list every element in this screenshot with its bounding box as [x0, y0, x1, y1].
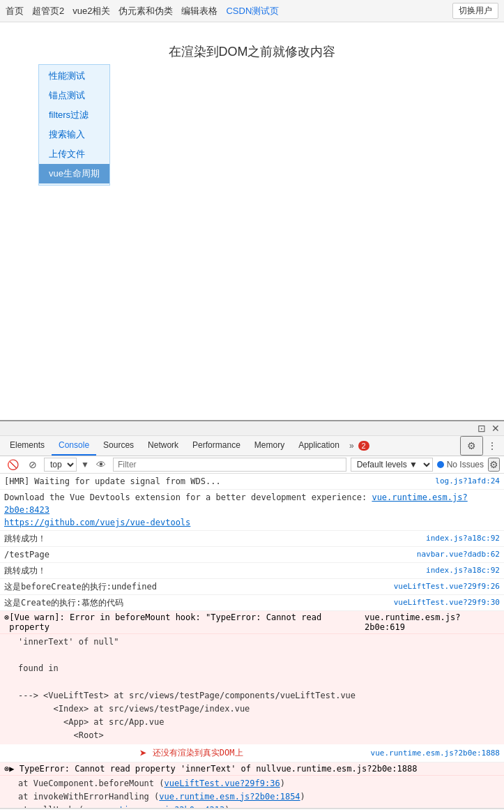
tab-network[interactable]: Network	[141, 436, 185, 456]
console-output[interactable]: [HMR] Waiting for update signal from WDS…	[0, 474, 504, 809]
menu-item-filters[interactable]: filters过滤	[39, 105, 109, 125]
clear-console-button[interactable]: 🚫	[4, 458, 22, 472]
devtools-link[interactable]: vue.runtime.esm.js?2b0e:8423	[4, 493, 468, 515]
switch-user-button[interactable]: 切换用户	[452, 3, 498, 19]
error-icon: ⊗	[4, 764, 9, 774]
line-text: 这是beforeCreate的执行:undefined	[4, 580, 387, 593]
line-source[interactable]: log.js?1afd:24	[435, 476, 500, 486]
context-arrow: ▼	[81, 460, 89, 469]
tab-memory[interactable]: Memory	[247, 436, 291, 456]
annotation-arrow: ➤	[139, 746, 147, 760]
line-source[interactable]: vueLiftTest.vue?29f9:26	[394, 582, 500, 591]
menu-item-performance[interactable]: 性能测试	[39, 66, 109, 86]
sidebar-menu: 性能测试 锚点测试 filters过滤 搜索输入 上传文件 vue生命周期	[38, 64, 110, 186]
issues-badge: No Issues	[437, 460, 484, 469]
console-line: 跳转成功！ index.js?a18c:92	[0, 531, 504, 547]
annotation-text: 还没有渲染到真实DOM上	[153, 747, 243, 759]
error-source[interactable]: vue.runtime.esm.js?2b0e:1888	[276, 764, 417, 774]
menu-item-lifecycle[interactable]: vue生命周期	[39, 164, 109, 183]
top-nav: 首页 超管页2 vue2相关 伪元素和伪类 编辑表格 CSDN测试页 切换用户	[0, 0, 504, 22]
console-settings-button[interactable]: ⚙	[488, 458, 500, 472]
error-stack: at VueComponent.beforeMount (vueLiftTest…	[0, 776, 504, 809]
vue-devtools-url[interactable]: https://github.com/vuejs/vue-devtools	[4, 518, 190, 527]
stack-link-1[interactable]: vueLiftTest.vue?29f9:36	[165, 779, 280, 788]
error-message: TypeError: Cannot read property 'innerTe…	[20, 764, 276, 774]
console-toolbar: 🚫 ⊘ top ▼ 👁 Default levels ▼ No Issues ⚙	[0, 456, 504, 474]
devtools-settings-button[interactable]: ⚙	[460, 436, 483, 456]
nav-item-csdn[interactable]: CSDN测试页	[226, 5, 279, 17]
devtools-tabs: Elements Console Sources Network Perform…	[0, 436, 504, 456]
console-line: Download the Vue Devtools extension for …	[0, 490, 504, 531]
issues-dot	[437, 461, 444, 468]
nav-item-vue2[interactable]: vue2相关	[72, 5, 110, 17]
tab-performance[interactable]: Performance	[185, 436, 247, 456]
error-block: ⊗ ▶ TypeError: Cannot read property 'inn…	[0, 762, 504, 809]
line-text: 跳转成功！	[4, 532, 419, 545]
tab-elements[interactable]: Elements	[3, 436, 52, 456]
warn-main-line: ⊗ [Vue warn]: Error in beforeMount hook:…	[0, 611, 504, 634]
warn-source[interactable]: vue.runtime.esm.js?2b0e:619	[365, 612, 500, 632]
stack-line-2: at invokeWithErrorHandling (vue.runtime.…	[18, 792, 305, 802]
devtools-panel: ⊡ ✕ Elements Console Sources Network Per…	[0, 420, 504, 812]
annotation-source[interactable]: vue.runtime.esm.js?2b0e:1888	[371, 749, 500, 758]
tab-console[interactable]: Console	[52, 436, 96, 456]
console-line: 这是beforeCreate的执行:undefined vueLiftTest.…	[0, 579, 504, 595]
warn-content: [Vue warn]: Error in beforeMount hook: "…	[9, 612, 321, 632]
annotation-line: ➤ 还没有渲染到真实DOM上 vue.runtime.esm.js?2b0e:1…	[0, 744, 504, 762]
devtools-more-icon[interactable]: ⋮	[483, 437, 501, 454]
menu-item-search[interactable]: 搜索输入	[39, 125, 109, 144]
tab-sources[interactable]: Sources	[96, 436, 141, 456]
line-source[interactable]: index.js?a18c:92	[426, 566, 500, 575]
line-text: [HMR] Waiting for update signal from WDS…	[4, 475, 428, 488]
filter-input[interactable]	[113, 458, 346, 472]
console-line: /testPage navbar.vue?dadb:62	[0, 547, 504, 563]
eye-icon[interactable]: 👁	[93, 458, 109, 472]
tab-application[interactable]: Application	[291, 436, 346, 456]
nav-item-pseudo[interactable]: 伪元素和伪类	[119, 5, 173, 17]
levels-select[interactable]: Default levels ▼	[351, 458, 433, 472]
warn-icon: ⊗	[4, 612, 9, 622]
warn-text: [Vue warn]: Error in beforeMount hook: "…	[9, 612, 365, 632]
stack-line-1: at VueComponent.beforeMount (vueLiftTest…	[18, 779, 285, 788]
stack-link-2[interactable]: vue.runtime.esm.js?2b0e:1854	[159, 792, 300, 802]
line-source[interactable]: index.js?a18c:92	[426, 534, 500, 543]
error-text: ▶ TypeError: Cannot read property 'inner…	[9, 764, 276, 774]
page-title: 在渲染到DOM之前就修改内容	[14, 43, 490, 60]
console-line: 跳转成功！ index.js?a18c:92	[0, 563, 504, 579]
console-prompt: >	[0, 809, 504, 812]
devtools-titlebar: ⊡ ✕	[0, 421, 504, 436]
line-text: 这是Create的执行:慕悠的代码	[4, 596, 387, 609]
nav-item-admin[interactable]: 超管页2	[32, 5, 64, 17]
warn-detail: 'innerText' of null" found in ---> <VueL…	[0, 634, 504, 744]
expand-triangle[interactable]: ▶	[9, 764, 14, 774]
line-source[interactable]: vueLiftTest.vue?29f9:30	[394, 598, 500, 607]
menu-item-upload[interactable]: 上传文件	[39, 144, 109, 164]
devtools-dock-button[interactable]: ⊡	[478, 423, 486, 434]
nav-item-home[interactable]: 首页	[6, 5, 24, 17]
line-text: Download the Vue Devtools extension for …	[4, 491, 500, 529]
filter-icon[interactable]: ⊘	[26, 458, 40, 472]
error-count-badge: 2	[358, 441, 369, 451]
issues-label: No Issues	[447, 460, 484, 469]
line-source[interactable]: navbar.vue?dadb:62	[417, 550, 500, 559]
console-line: [HMR] Waiting for update signal from WDS…	[0, 474, 504, 490]
line-text: /testPage	[4, 548, 410, 561]
console-line: 这是Create的执行:慕悠的代码 vueLiftTest.vue?29f9:3…	[0, 595, 504, 611]
context-select[interactable]: top	[44, 458, 77, 472]
warn-block: ⊗ [Vue warn]: Error in beforeMount hook:…	[0, 611, 504, 744]
tabs-more-button[interactable]: »	[346, 437, 357, 455]
devtools-close-button[interactable]: ✕	[491, 423, 500, 434]
browser-viewport: 在渲染到DOM之前就修改内容 性能测试 锚点测试 filters过滤 搜索输入 …	[0, 22, 504, 420]
found-in-label: found in	[18, 663, 59, 673]
line-text: 跳转成功！	[4, 564, 419, 577]
menu-item-anchor[interactable]: 锚点测试	[39, 86, 109, 105]
error-main-line: ⊗ ▶ TypeError: Cannot read property 'inn…	[0, 762, 504, 776]
inner-text-error: 'innerText' of null"	[18, 637, 119, 647]
component-stack: ---> <VueLiftTest> at src/views/testPage…	[18, 691, 356, 741]
nav-item-table[interactable]: 编辑表格	[181, 5, 217, 17]
